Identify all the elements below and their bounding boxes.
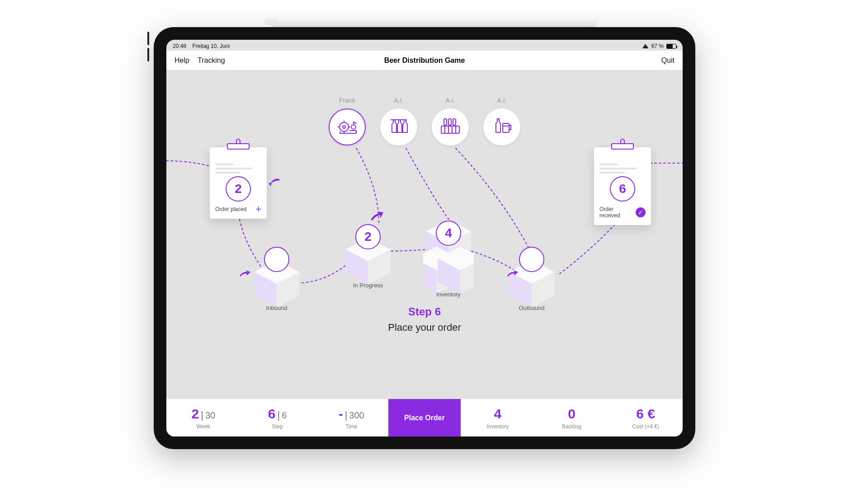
status-date: Freitag 10. Juni <box>192 43 230 49</box>
cost-label: Cost (+4 €) <box>632 423 659 430</box>
week-value: 2 <box>192 406 199 422</box>
metric-time: -|300 Time <box>314 399 388 436</box>
arrow-right-icon <box>506 269 518 278</box>
ipad-frame: 20:48 Freitag 10. Juni 67 % Help Trackin… <box>154 27 695 449</box>
bottles-hanging-icon <box>388 117 410 137</box>
status-bar: 20:48 Freitag 10. Juni 67 % <box>166 40 683 51</box>
step-max: 6 <box>282 410 287 421</box>
outbound-label: Outbound <box>519 305 544 311</box>
order-received-value: 6 <box>610 176 635 202</box>
svg-rect-4 <box>444 119 447 125</box>
volume-down-button <box>147 48 149 61</box>
inventory-bottom-value: 4 <box>494 406 502 422</box>
backlog-value: 0 <box>568 406 576 422</box>
inbound-label: Inbound <box>266 305 288 311</box>
volume-up-button <box>147 32 149 45</box>
clipboard-icon <box>607 138 638 150</box>
inprogress-label: In Progress <box>353 282 383 289</box>
role-row: Frank A.I. A.I. <box>329 97 520 145</box>
clipboard-icon <box>223 138 254 150</box>
step-heading: Step 6 Place your order <box>388 305 461 333</box>
role-label: A.I. <box>497 97 506 104</box>
metric-inventory: 4 Inventory <box>461 399 535 436</box>
step-number: Step 6 <box>388 305 461 318</box>
outbound-value <box>519 247 544 272</box>
step-value: 6 <box>268 406 276 422</box>
time-value: - <box>339 406 343 422</box>
backlog-label: Backlog <box>562 423 581 430</box>
arrow-up-right-icon <box>370 211 383 221</box>
step-label: Step <box>272 423 283 430</box>
svg-rect-5 <box>448 119 451 125</box>
role-label: A.I. <box>445 97 455 104</box>
time-label: Time <box>345 423 357 430</box>
inventory-label: Inventory <box>436 291 460 298</box>
app-title: Beer Distribution Game <box>341 56 508 65</box>
order-placed-value: 2 <box>226 176 251 202</box>
crate-icon <box>439 117 462 137</box>
tracking-link[interactable]: Tracking <box>198 56 225 65</box>
week-max: 30 <box>205 410 215 421</box>
time-max: 300 <box>349 410 364 421</box>
arrow-right-icon <box>239 269 250 278</box>
inventory-cube: 4 Inventory <box>423 220 474 277</box>
inprogress-value: 2 <box>355 224 381 249</box>
placeholder-lines <box>599 164 646 174</box>
bottle-mug-icon <box>491 117 513 137</box>
svg-rect-6 <box>453 119 456 125</box>
role-label: Frank <box>339 97 355 104</box>
cost-value: 6 € <box>636 406 655 422</box>
factory-icon <box>336 117 358 137</box>
wifi-icon <box>642 44 649 48</box>
order-placed-label: Order placed <box>215 206 246 212</box>
order-received-card: 6 Order received ✓ <box>594 147 651 225</box>
role-wholesaler[interactable]: A.I. <box>432 97 469 145</box>
bottom-bar: 2|30 Week 6|6 Step -|300 Time Place Orde… <box>166 399 683 436</box>
role-distributor[interactable]: A.I. <box>380 97 417 145</box>
outbound-cube: Outbound <box>506 251 557 309</box>
inbound-cube: Inbound <box>251 251 302 309</box>
svg-rect-3 <box>441 126 459 133</box>
inventory-bottom-label: Inventory <box>486 423 509 430</box>
help-link[interactable]: Help <box>175 56 189 65</box>
svg-rect-8 <box>227 144 249 149</box>
battery-pct: 67 % <box>651 43 664 49</box>
plus-icon[interactable]: + <box>255 206 261 212</box>
role-factory[interactable]: Frank <box>329 97 366 145</box>
inventory-value: 4 <box>436 221 461 246</box>
svg-rect-9 <box>612 144 633 149</box>
status-time: 20:48 <box>173 43 186 49</box>
inprogress-cube: 2 In Progress <box>343 229 393 286</box>
svg-point-2 <box>351 125 356 129</box>
order-placed-card[interactable]: 2 Order placed + <box>210 147 267 219</box>
metric-week: 2|30 Week <box>166 399 241 436</box>
role-retailer[interactable]: A.I. <box>483 97 520 145</box>
inbound-value <box>264 247 289 272</box>
metric-step: 6|6 Step <box>241 399 315 436</box>
apple-pencil <box>271 17 597 26</box>
order-received-label: Order received <box>599 206 620 219</box>
step-prompt: Place your order <box>388 322 461 333</box>
metric-cost: 6 € Cost (+4 €) <box>609 399 683 436</box>
check-icon: ✓ <box>636 207 646 217</box>
place-order-button[interactable]: Place Order <box>388 399 461 436</box>
quit-link[interactable]: Quit <box>661 56 675 64</box>
battery-icon <box>666 44 676 49</box>
svg-point-0 <box>340 122 349 131</box>
nav-bar: Help Tracking Beer Distribution Game Qui… <box>166 51 683 70</box>
svg-point-1 <box>343 126 345 128</box>
role-label: A.I. <box>394 97 403 104</box>
metric-backlog: 0 Backlog <box>535 399 609 436</box>
week-label: Week <box>197 423 210 430</box>
arrow-left-icon <box>269 177 280 187</box>
svg-rect-7 <box>503 123 509 132</box>
placeholder-lines <box>215 164 261 174</box>
